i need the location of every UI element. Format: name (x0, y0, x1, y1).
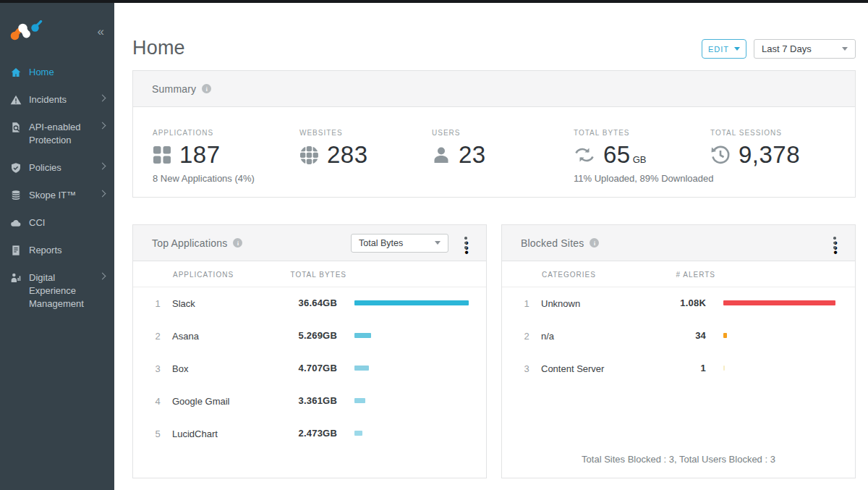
period-select[interactable]: Last 7 Days (754, 39, 856, 59)
sidebar-item-label: Reports (29, 244, 93, 257)
row-bar (723, 300, 835, 305)
edit-button[interactable]: EDIT (702, 39, 746, 59)
info-icon[interactable]: i (202, 84, 211, 93)
caret-down-icon (435, 241, 441, 245)
sidebar-item-digital-experience-management[interactable]: Digital Experience Management (0, 264, 114, 318)
table-row[interactable]: 1 Unknown 1.08K (502, 287, 855, 320)
sidebar-item-skope-it[interactable]: Skope IT™ (0, 182, 114, 209)
row-name: Unknown (541, 298, 580, 309)
sidebar-item-api-enabled-protection[interactable]: API-enabled Protection (0, 114, 114, 154)
blocked-sites-footer: Total Sites Blocked : 3, Total Users Blo… (502, 454, 855, 465)
row-rank: 2 (522, 331, 532, 342)
row-rank: 3 (522, 363, 532, 374)
row-rank: 1 (522, 298, 532, 309)
row-name: Asana (172, 331, 199, 342)
row-bar (354, 366, 369, 371)
column-header: APPLICATIONS (173, 271, 234, 279)
stat-subtext: 8 New Applications (4%) (153, 173, 255, 184)
chevron-right-icon (99, 273, 106, 280)
sidebar-item-incidents[interactable]: Incidents (0, 86, 114, 114)
stat-value: 23 (459, 141, 486, 169)
sidebar-item-reports[interactable]: Reports (0, 237, 114, 264)
caret-down-icon (842, 47, 848, 51)
top-black-bar (0, 0, 868, 3)
sidebar-item-policies[interactable]: Policies (0, 154, 114, 182)
row-bar (723, 333, 727, 338)
row-name: Slack (172, 298, 195, 309)
summary-title: Summary (152, 83, 196, 95)
row-value: 2.473GB (263, 428, 337, 439)
row-rank: 5 (153, 428, 163, 439)
top-applications-card: Top Applications i Total Bytes ••• APPLI… (132, 224, 487, 478)
info-icon[interactable]: i (590, 238, 599, 248)
column-header: # ALERTS (676, 271, 715, 279)
sidebar-item-label: Digital Experience Management (29, 271, 93, 311)
sidebar-item-home[interactable]: Home (0, 59, 114, 86)
table-row[interactable]: 4 Google Gmail 3.361GB (133, 385, 486, 418)
row-value: 4.707GB (263, 363, 337, 373)
row-value: 36.64GB (263, 297, 337, 308)
globe-icon (299, 145, 319, 165)
column-header: CATEGORIES (542, 271, 596, 279)
row-value: 1 (632, 363, 706, 373)
person-signal-icon (10, 272, 22, 284)
stat-value: 9,378 (739, 141, 800, 169)
row-rank: 1 (153, 298, 163, 309)
stat-subtext: 11% Uploaded, 89% Downloaded (574, 173, 713, 184)
home-icon (10, 67, 22, 78)
row-name: Box (172, 363, 188, 374)
file-search-icon (10, 122, 22, 133)
stat-label: TOTAL SESSIONS (710, 129, 800, 137)
column-header: TOTAL BYTES (291, 271, 347, 279)
summary-stat-users: USERS 23 (432, 129, 486, 169)
sidebar-nav: Home Incidents API-enabled Protection Po… (0, 59, 114, 318)
sidebar-item-label: Policies (29, 161, 93, 174)
chevron-right-icon (99, 163, 106, 170)
table-row[interactable]: 3 Content Server 1 (502, 352, 855, 385)
blocked-sites-title: Blocked Sites (521, 237, 584, 249)
table-row[interactable]: 1 Slack 36.64GB (133, 287, 486, 320)
row-value: 1.08K (632, 297, 706, 308)
kebab-menu-icon[interactable]: ••• (460, 237, 472, 249)
row-bar (354, 398, 365, 403)
sidebar-item-cci[interactable]: CCI (0, 209, 114, 237)
summary-stat-total-sessions: TOTAL SESSIONS 9,378 (710, 129, 800, 169)
row-name: Google Gmail (172, 396, 229, 407)
main-content: Home EDIT Last 7 Days Summary i APPLICAT… (114, 3, 868, 490)
row-bar (723, 366, 725, 371)
row-rank: 2 (153, 331, 163, 342)
sidebar-item-label: Skope IT™ (29, 189, 93, 202)
row-rank: 4 (153, 396, 163, 407)
sync-icon (574, 145, 595, 164)
caret-down-icon (734, 47, 740, 51)
table-row[interactable]: 2 n/a 34 (502, 320, 855, 352)
summary-stat-applications: APPLICATIONS 187 8 New Applications (4%) (153, 129, 255, 184)
sort-by-select[interactable]: Total Bytes (351, 234, 448, 253)
stat-label: USERS (432, 129, 486, 137)
summary-card: Summary i APPLICATIONS 187 8 New Applica… (132, 70, 856, 198)
row-name: n/a (541, 331, 554, 342)
chevron-right-icon (99, 122, 106, 130)
sidebar-collapse-icon[interactable]: « (98, 25, 104, 39)
cloud-icon (10, 217, 22, 229)
info-icon[interactable]: i (233, 238, 242, 248)
stat-value: 283 (327, 141, 368, 169)
chevron-right-icon (99, 190, 106, 198)
top-applications-title: Top Applications (152, 237, 227, 249)
netskope-logo[interactable] (10, 20, 43, 46)
summary-stat-websites: WEBSITES 283 (299, 129, 368, 169)
grid-icon (153, 145, 171, 164)
table-row[interactable]: 3 Box 4.707GB (133, 352, 486, 385)
row-value: 34 (632, 330, 706, 341)
row-bar (354, 431, 362, 436)
table-row[interactable]: 2 Asana 5.269GB (133, 320, 486, 352)
chevron-right-icon (99, 95, 106, 102)
row-name: LucidChart (172, 428, 218, 439)
history-icon (710, 145, 731, 165)
warning-icon (10, 94, 22, 106)
row-value: 3.361GB (263, 395, 337, 406)
row-value: 5.269GB (263, 330, 337, 341)
table-row[interactable]: 5 LucidChart 2.473GB (133, 418, 486, 450)
report-icon (10, 245, 22, 256)
kebab-menu-icon[interactable]: ••• (829, 237, 841, 249)
